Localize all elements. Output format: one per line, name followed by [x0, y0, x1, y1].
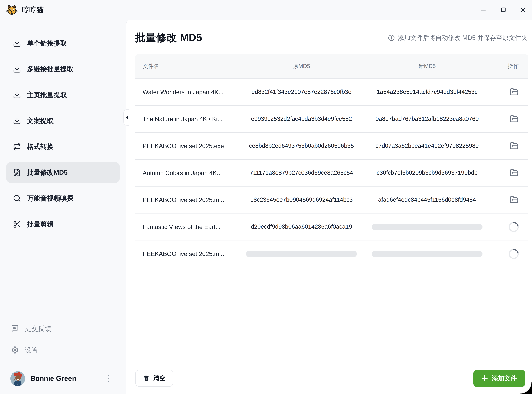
close-button[interactable] — [519, 6, 527, 14]
avatar — [10, 371, 25, 386]
sidebar-item-4[interactable]: 格式转换 — [6, 136, 120, 157]
new-md5: c30fcb7ef6b0209b3cb9d36937199bdb — [364, 170, 490, 176]
file-name: Water Wonders in Japan 4K... — [143, 88, 239, 96]
open-folder-button[interactable] — [510, 88, 519, 96]
sidebar-item-1[interactable]: 多链接批量提取 — [6, 59, 120, 79]
app-title: 哼哼猫 — [22, 5, 44, 15]
new-md5: afad6ef4edc84b445f1156d0e8fd9484 — [364, 197, 490, 203]
md5-pending-placeholder — [372, 251, 482, 257]
bottom-action-bar: 清空 添加文件 — [135, 370, 525, 387]
file-name: Fantastic VIews of the Eart... — [143, 223, 239, 230]
app-window: 哼哼猫 单个链接提取多链接批量提取主页批量提取文案提取格式转换批量修改MD5万能… — [0, 0, 532, 394]
open-folder-button[interactable] — [510, 141, 519, 150]
sidebar-item-6[interactable]: 万能音视频嗅探 — [6, 188, 120, 209]
loading-spinner-icon — [507, 220, 521, 234]
md5-pending-placeholder — [372, 224, 482, 230]
new-md5: 1a54a238e5e14acfd7c94dd3bf44253c — [364, 89, 490, 95]
hint-text: 添加文件后将自动修改 MD5 并保存至原文件夹 — [398, 33, 527, 42]
loading-spinner-icon — [507, 247, 521, 261]
sidebar-item-0[interactable]: 单个链接提取 — [6, 33, 120, 54]
row-actions — [490, 222, 521, 232]
sidebar-item-label: 多链接批量提取 — [27, 65, 73, 73]
plus-icon — [482, 375, 488, 381]
row-actions — [490, 249, 521, 259]
md5-table: 文件名 原MD5 新MD5 操作 Water Wonders in Japan … — [135, 54, 528, 267]
table-row: PEEKABOO live set 2025.exe ce8bd8b2ed649… — [135, 133, 528, 160]
clear-button[interactable]: 清空 — [135, 370, 173, 387]
user-profile[interactable]: Bonnie Green — [6, 368, 120, 389]
clear-button-label: 清空 — [153, 374, 166, 382]
window-controls — [480, 0, 527, 20]
old-md5: 711171a8e879b27c036d69ce8a265c54 — [239, 170, 364, 176]
sidebar-item-label: 万能音视频嗅探 — [27, 194, 73, 203]
table-row: PEEKABOO live set 2025.m... 18c23645ee7b… — [135, 187, 528, 213]
sidebar-item-3[interactable]: 文案提取 — [6, 110, 120, 131]
column-header-old-md5: 原MD5 — [239, 63, 364, 70]
old-md5: e9939c2532d2fac4bda3b3d4e9fce552 — [239, 116, 364, 122]
file-name: The Nature in Japan 4K / Ki... — [143, 115, 239, 123]
old-md5: d20ecdf9d98b06aa6014286a6f0aca19 — [239, 223, 364, 230]
sidebar-collapse-handle[interactable] — [123, 109, 129, 126]
table-row: Autumn Colors in Japan 4K... 711171a8e87… — [135, 160, 528, 187]
message-icon — [11, 325, 19, 332]
new-md5 — [364, 250, 490, 257]
row-actions — [490, 141, 521, 150]
sidebar-footer: 提交反馈设置 — [0, 319, 126, 394]
gear-icon — [11, 346, 19, 354]
table-row: Water Wonders in Japan 4K... ed832f41f34… — [135, 79, 528, 106]
row-actions — [490, 114, 521, 123]
sidebar-item-2[interactable]: 主页批量提取 — [6, 85, 120, 105]
new-md5: c7d07a3a62bbea41e412ef9798225989 — [364, 143, 490, 149]
file-pen-icon — [13, 168, 21, 176]
auto-save-hint: 添加文件后将自动修改 MD5 并保存至原文件夹 — [388, 33, 527, 42]
sidebar-item-label: 主页批量提取 — [27, 90, 67, 99]
sidebar-item-5[interactable]: 批量修改MD5 — [6, 162, 120, 183]
add-files-button[interactable]: 添加文件 — [473, 370, 525, 387]
profile-menu-button[interactable] — [106, 373, 111, 384]
row-actions — [490, 195, 521, 204]
info-icon — [388, 34, 395, 41]
search-icon — [13, 194, 21, 202]
maximize-button[interactable] — [500, 6, 507, 14]
sidebar-item-label: 批量修改MD5 — [27, 168, 68, 177]
download-icon — [13, 91, 21, 99]
main-header: 批量修改 MD5 添加文件后将自动修改 MD5 并保存至原文件夹 — [126, 20, 532, 45]
sidebar-footer-label: 设置 — [25, 346, 38, 354]
file-name: Autumn Colors in Japan 4K... — [143, 169, 239, 176]
table-body: Water Wonders in Japan 4K... ed832f41f34… — [135, 79, 528, 267]
md5-pending-placeholder — [246, 251, 357, 257]
open-folder-button[interactable] — [510, 168, 519, 177]
table-row: PEEKABOO live set 2025.m... — [135, 240, 528, 267]
sidebar-item-label: 批量剪辑 — [27, 220, 54, 229]
new-md5: 0a8e7bad767ba312afb18223ca8a0760 — [364, 116, 490, 122]
main-panel: 批量修改 MD5 添加文件后将自动修改 MD5 并保存至原文件夹 文件名 原MD… — [126, 20, 532, 394]
sidebar-item-label: 单个链接提取 — [27, 39, 67, 48]
sidebar-footer-item-1[interactable]: 设置 — [6, 340, 120, 360]
cat-logo-icon — [6, 4, 18, 16]
sidebar-item-label: 格式转换 — [27, 142, 54, 151]
sidebar-item-label: 文案提取 — [27, 116, 54, 125]
row-actions — [490, 88, 521, 96]
minimize-button[interactable] — [480, 6, 487, 14]
old-md5: 18c23645ee7b0904569d6924af114bc3 — [239, 197, 364, 203]
sidebar-footer-item-0[interactable]: 提交反馈 — [6, 319, 120, 338]
open-folder-button[interactable] — [510, 195, 519, 204]
chevron-left-icon — [124, 116, 128, 119]
user-name: Bonnie Green — [30, 374, 106, 383]
column-header-actions: 操作 — [490, 63, 521, 70]
file-name: PEEKABOO live set 2025.exe — [143, 142, 239, 150]
repeat-icon — [13, 143, 21, 151]
scissors-icon — [13, 220, 21, 228]
page-title: 批量修改 MD5 — [135, 31, 202, 45]
sidebar-item-7[interactable]: 批量剪辑 — [6, 214, 120, 234]
sidebar-footer-label: 提交反馈 — [25, 324, 51, 333]
sidebar-nav: 单个链接提取多链接批量提取主页批量提取文案提取格式转换批量修改MD5万能音视频嗅… — [0, 20, 126, 234]
sidebar-divider — [6, 363, 120, 363]
old-md5: ce8bd8b2ed6493753b0ab0d2605d6b35 — [239, 143, 364, 149]
column-header-new-md5: 新MD5 — [364, 63, 490, 70]
sidebar: 单个链接提取多链接批量提取主页批量提取文案提取格式转换批量修改MD5万能音视频嗅… — [0, 20, 126, 394]
new-md5 — [364, 223, 490, 230]
file-name: PEEKABOO live set 2025.m... — [143, 250, 239, 257]
table-header: 文件名 原MD5 新MD5 操作 — [135, 54, 528, 79]
open-folder-button[interactable] — [510, 114, 519, 123]
